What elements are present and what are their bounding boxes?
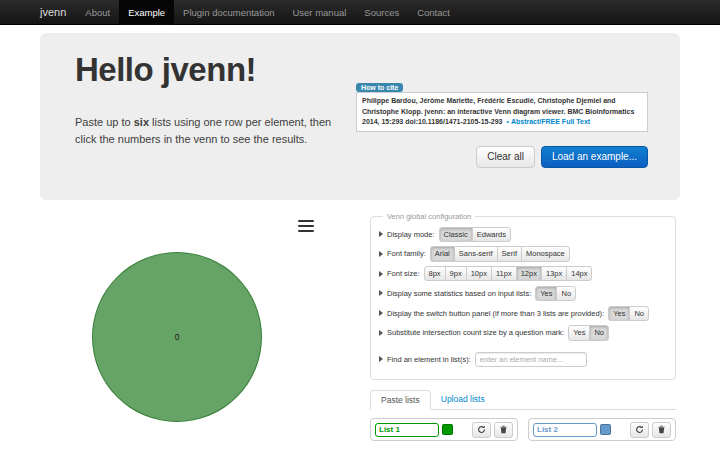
config-column: Venn global configuration Display mode:C… (370, 212, 676, 441)
config-row-font-size: Font size:8px9px10px11px12px13px14px (379, 266, 667, 281)
navbar: jvenn AboutExamplePlugin documentationUs… (0, 0, 720, 25)
option-edwards-button[interactable]: Edwards (472, 227, 511, 242)
list-inputs-row (370, 418, 676, 441)
nav-item-plugin-documentation[interactable]: Plugin documentation (174, 0, 283, 25)
config-label: Display mode: (387, 230, 435, 239)
tab-paste-lists[interactable]: Paste lists (370, 390, 431, 410)
delete-list-button[interactable] (494, 422, 513, 438)
trash-icon (499, 425, 508, 434)
hero-actions: Clear all Load an example... (476, 146, 648, 168)
config-label: Display the switch button panel (if more… (387, 309, 604, 318)
hero-section: Hello jvenn! Paste up to six lists using… (40, 33, 680, 200)
list-box-list-1 (370, 418, 518, 441)
config-row-display-some-statistics-based-on-input-lists: Display some statistics based on input l… (379, 286, 667, 301)
config-row-substitute-intersection-count-size-by-a-question-mark: Substitute intersection count size by a … (379, 325, 667, 340)
nav-item-about[interactable]: About (76, 0, 119, 25)
option-group: ClassicEdwards (439, 227, 511, 242)
option-arial-button[interactable]: Arial (430, 246, 455, 261)
config-label: Display some statistics based on input l… (387, 289, 531, 298)
option-group: YesNo (608, 306, 649, 321)
option-group: YesNo (535, 286, 576, 301)
refresh-icon (635, 425, 644, 434)
nav-item-user-manual[interactable]: User manual (283, 0, 355, 25)
find-element-row: Find an element in list(s): (379, 352, 667, 367)
lists-tabs: Paste listsUpload lists (370, 390, 676, 410)
list-name-input[interactable] (533, 423, 597, 437)
option-yes-button[interactable]: Yes (535, 286, 557, 301)
brand[interactable]: jvenn (40, 6, 66, 18)
option-11px-button[interactable]: 11px (491, 266, 517, 281)
option-group: YesNo (568, 325, 609, 340)
option-10px-button[interactable]: 10px (466, 266, 492, 281)
find-element-input[interactable] (475, 352, 587, 367)
option-yes-button[interactable]: Yes (568, 325, 590, 340)
config-label: Font size: (387, 269, 420, 278)
intro-prefix: Paste up to (75, 116, 134, 128)
export-menu-icon[interactable] (298, 220, 314, 232)
config-label: Substitute intersection count size by a … (387, 328, 564, 337)
nav-menu: AboutExamplePlugin documentationUser man… (76, 0, 459, 25)
load-example-button[interactable]: Load an example... (541, 146, 648, 168)
chevron-right-icon (379, 231, 383, 237)
citation-link[interactable]: Abstract/FREE Full Text (511, 118, 590, 125)
venn-circle-list1: 0 (92, 252, 262, 422)
chevron-right-icon (379, 356, 383, 362)
list-box-list-2 (528, 418, 676, 441)
config-label: Font family: (387, 249, 426, 258)
list-color-swatch[interactable] (600, 424, 611, 435)
list-name-input[interactable] (375, 423, 439, 437)
option-serif-button[interactable]: Serif (497, 246, 522, 261)
option-no-button[interactable]: No (556, 286, 576, 301)
option-group: 8px9px10px11px12px13px14px (424, 266, 593, 281)
list-color-swatch[interactable] (442, 424, 453, 435)
how-to-cite-badge: How to cite (356, 83, 403, 92)
refresh-list-button[interactable] (472, 422, 491, 438)
refresh-list-button[interactable] (630, 422, 649, 438)
delete-list-button[interactable] (652, 422, 671, 438)
find-element-label: Find an element in list(s): (387, 355, 471, 364)
venn-canvas: 0 (40, 210, 360, 455)
chevron-right-icon (379, 251, 383, 257)
config-legend: Venn global configuration (383, 212, 475, 221)
option-group: ArialSans-serifSerifMonospace (430, 246, 570, 261)
intro-bold: six (134, 116, 149, 128)
venn-count[interactable]: 0 (93, 332, 261, 342)
chevron-right-icon (379, 290, 383, 296)
chevron-right-icon (379, 271, 383, 277)
option-13px-button[interactable]: 13px (541, 266, 567, 281)
page-title: Hello jvenn! (75, 51, 256, 89)
tab-upload-lists[interactable]: Upload lists (431, 390, 495, 409)
config-row-display-mode: Display mode:ClassicEdwards (379, 227, 667, 242)
option-yes-button[interactable]: Yes (608, 306, 630, 321)
config-row-font-family: Font family:ArialSans-serifSerifMonospac… (379, 246, 667, 261)
citation-separator: • (506, 118, 508, 125)
option-12px-button[interactable]: 12px (516, 266, 542, 281)
refresh-icon (477, 425, 486, 434)
option-8px-button[interactable]: 8px (424, 266, 446, 281)
option-classic-button[interactable]: Classic (439, 227, 473, 242)
citation-box: Philippe Bardou, Jérôme Mariette, Frédér… (356, 92, 648, 132)
nav-item-contact[interactable]: Contact (408, 0, 459, 25)
option-14px-button[interactable]: 14px (566, 266, 592, 281)
clear-all-button[interactable]: Clear all (476, 146, 535, 168)
option-monospace-button[interactable]: Monospace (521, 246, 570, 261)
citation-text: Philippe Bardou, Jérôme Mariette, Frédér… (362, 97, 634, 125)
intro-text: Paste up to six lists using one row per … (75, 114, 349, 148)
chevron-right-icon (379, 310, 383, 316)
venn-global-configuration: Venn global configuration Display mode:C… (370, 212, 676, 380)
option-sans-serif-button[interactable]: Sans-serif (454, 246, 498, 261)
trash-icon (657, 425, 666, 434)
chevron-right-icon (379, 330, 383, 336)
option-9px-button[interactable]: 9px (445, 266, 467, 281)
config-row-display-the-switch-button-panel-if-more-than-3-lists-are-provided: Display the switch button panel (if more… (379, 306, 667, 321)
nav-item-example[interactable]: Example (119, 0, 174, 25)
nav-item-sources[interactable]: Sources (355, 0, 408, 25)
option-no-button[interactable]: No (629, 306, 649, 321)
option-no-button[interactable]: No (589, 325, 609, 340)
